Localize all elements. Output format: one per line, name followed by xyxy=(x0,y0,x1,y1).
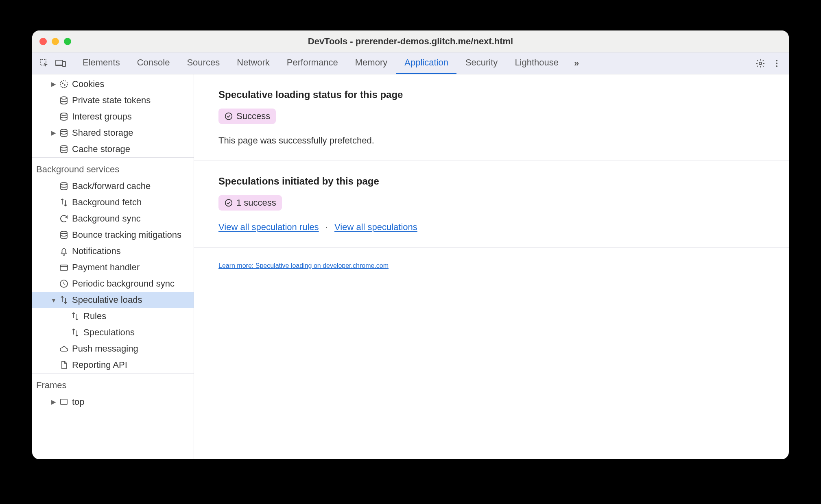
sidebar-item-label: Cache storage xyxy=(72,144,130,154)
bell-icon xyxy=(58,246,70,256)
view-rules-link[interactable]: View all speculation rules xyxy=(218,222,319,232)
sidebar-item-speculative-loads[interactable]: ▼Speculative loads xyxy=(32,292,194,308)
sidebar-item-shared-storage[interactable]: ▶Shared storage xyxy=(32,125,194,141)
sidebar-item-label: Payment handler xyxy=(72,262,140,273)
sidebar-item-label: Back/forward cache xyxy=(72,181,151,191)
sidebar-item-payment-handler[interactable]: Payment handler xyxy=(32,259,194,276)
more-tabs-icon[interactable]: » xyxy=(570,57,583,70)
status-block: Speculative loading status for this page… xyxy=(194,74,789,161)
sidebar-item-label: Notifications xyxy=(72,246,121,256)
sidebar-item-label: Push messaging xyxy=(72,343,138,354)
tab-console[interactable]: Console xyxy=(129,52,178,74)
sidebar-item-private-state-tokens[interactable]: Private state tokens xyxy=(32,92,194,109)
sidebar-item-bounce-tracking-mitigations[interactable]: Bounce tracking mitigations xyxy=(32,227,194,243)
svg-point-8 xyxy=(62,83,63,84)
status-heading: Speculative loading status for this page xyxy=(218,89,764,100)
main-panel: Speculative loading status for this page… xyxy=(194,74,789,459)
sidebar-item-periodic-background-sync[interactable]: Periodic background sync xyxy=(32,276,194,292)
sidebar-item-notifications[interactable]: Notifications xyxy=(32,243,194,259)
sidebar-item-rules[interactable]: Rules xyxy=(32,308,194,324)
db-icon xyxy=(58,230,70,240)
tab-memory[interactable]: Memory xyxy=(347,52,395,74)
sidebar-item-label: Cookies xyxy=(72,79,104,89)
sidebar-item-label: Interest groups xyxy=(72,111,132,122)
view-speculations-link[interactable]: View all speculations xyxy=(334,222,417,232)
tabs: ElementsConsoleSourcesNetworkPerformance… xyxy=(74,52,567,74)
sidebar-item-label: top xyxy=(72,397,85,407)
svg-point-4 xyxy=(776,60,777,61)
tab-performance[interactable]: Performance xyxy=(279,52,346,74)
svg-point-5 xyxy=(776,63,777,64)
sidebar-item-label: Background fetch xyxy=(72,197,142,208)
separator: · xyxy=(325,222,328,232)
tab-elements[interactable]: Elements xyxy=(74,52,128,74)
sidebar: ▶CookiesPrivate state tokensInterest gro… xyxy=(32,74,194,459)
updown-icon xyxy=(70,311,81,321)
card-icon xyxy=(58,263,70,272)
select-element-icon[interactable] xyxy=(38,57,51,70)
section-header-frames: Frames xyxy=(32,373,194,394)
tab-sources[interactable]: Sources xyxy=(179,52,228,74)
db-icon xyxy=(58,112,70,122)
sidebar-item-cookies[interactable]: ▶Cookies xyxy=(32,76,194,92)
db-icon xyxy=(58,144,70,154)
sidebar-item-label: Periodic background sync xyxy=(72,278,175,289)
status-badge-label: Success xyxy=(236,111,270,122)
tab-security[interactable]: Security xyxy=(457,52,506,74)
tab-lighthouse[interactable]: Lighthouse xyxy=(507,52,567,74)
speculations-block: Speculations initiated by this page 1 su… xyxy=(194,161,789,248)
learn-more-link[interactable]: Learn more: Speculative loading on devel… xyxy=(218,262,389,269)
svg-point-9 xyxy=(64,85,65,85)
tabbar: ElementsConsoleSourcesNetworkPerformance… xyxy=(32,52,789,74)
sidebar-item-label: Reporting API xyxy=(72,360,127,370)
doc-icon xyxy=(58,360,70,370)
svg-point-6 xyxy=(776,65,777,67)
learn-more-block: Learn more: Speculative loading on devel… xyxy=(194,248,789,284)
expand-arrow-icon: ▶ xyxy=(49,129,58,137)
db-icon xyxy=(58,128,70,138)
sidebar-item-background-sync[interactable]: Background sync xyxy=(32,211,194,227)
titlebar: DevTools - prerender-demos.glitch.me/nex… xyxy=(32,30,789,52)
svg-point-19 xyxy=(225,113,232,120)
sidebar-item-cache-storage[interactable]: Cache storage xyxy=(32,141,194,157)
device-toggle-icon[interactable] xyxy=(54,57,67,70)
close-window-button[interactable] xyxy=(39,38,47,45)
sidebar-item-label: Shared storage xyxy=(72,128,133,138)
sidebar-item-push-messaging[interactable]: Push messaging xyxy=(32,341,194,357)
check-circle-icon xyxy=(224,112,233,121)
sidebar-item-top[interactable]: ▶top xyxy=(32,394,194,410)
minimize-window-button[interactable] xyxy=(52,38,59,45)
speculations-badge: 1 success xyxy=(218,195,282,211)
db-icon xyxy=(58,181,70,191)
sidebar-item-label: Rules xyxy=(83,311,106,322)
sidebar-item-back-forward-cache[interactable]: Back/forward cache xyxy=(32,178,194,194)
sidebar-item-label: Speculative loads xyxy=(72,295,142,305)
updown-icon xyxy=(58,295,70,305)
kebab-menu-icon[interactable] xyxy=(770,57,783,70)
body: ▶CookiesPrivate state tokensInterest gro… xyxy=(32,74,789,459)
svg-point-3 xyxy=(759,62,762,64)
speculation-links: View all speculation rules · View all sp… xyxy=(218,222,764,232)
sidebar-item-background-fetch[interactable]: Background fetch xyxy=(32,194,194,211)
updown-icon xyxy=(58,198,70,207)
svg-point-14 xyxy=(61,182,67,185)
traffic-lights xyxy=(39,38,71,45)
svg-point-20 xyxy=(225,200,232,206)
maximize-window-button[interactable] xyxy=(64,38,71,45)
sidebar-item-reporting-api[interactable]: Reporting API xyxy=(32,357,194,373)
expand-arrow-icon: ▶ xyxy=(49,80,58,88)
expand-arrow-icon: ▼ xyxy=(49,297,58,304)
tab-application[interactable]: Application xyxy=(396,52,456,74)
window-title: DevTools - prerender-demos.glitch.me/nex… xyxy=(32,36,789,47)
svg-rect-18 xyxy=(61,399,67,404)
updown-icon xyxy=(70,328,81,337)
svg-point-12 xyxy=(61,129,67,132)
tab-network[interactable]: Network xyxy=(229,52,278,74)
sidebar-item-label: Background sync xyxy=(72,213,141,224)
status-description: This page was successfully prefetched. xyxy=(218,135,764,146)
sidebar-item-speculations[interactable]: Speculations xyxy=(32,324,194,341)
sidebar-item-interest-groups[interactable]: Interest groups xyxy=(32,109,194,125)
svg-point-13 xyxy=(61,146,67,148)
gear-icon[interactable] xyxy=(754,57,767,70)
svg-point-10 xyxy=(61,97,67,99)
